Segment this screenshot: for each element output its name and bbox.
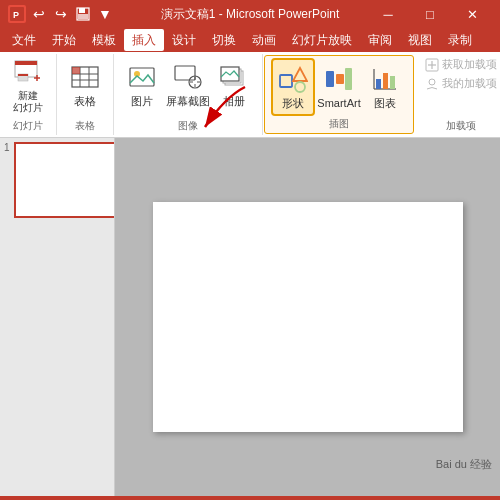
- svg-rect-3: [79, 8, 85, 13]
- menu-slideshow[interactable]: 幻灯片放映: [284, 29, 360, 51]
- image-button[interactable]: 图片: [120, 56, 164, 114]
- svg-marker-29: [293, 68, 307, 81]
- new-slide-icon: [12, 56, 44, 88]
- svg-point-30: [295, 82, 305, 92]
- image-label: 图片: [131, 95, 153, 108]
- shapes-icon: [277, 64, 309, 95]
- chart-icon: [369, 63, 401, 95]
- smartart-label: SmartArt: [317, 97, 360, 110]
- table-label: 表格: [74, 95, 96, 108]
- slide-item[interactable]: 1: [4, 142, 110, 218]
- ribbon-group-illustration: 形状 SmartArt: [264, 55, 414, 134]
- group-label-illustration: 插图: [329, 117, 349, 131]
- get-addon-button[interactable]: 获取加载项: [421, 56, 500, 73]
- get-addon-icon: [425, 58, 439, 72]
- chart-label: 图表: [374, 97, 396, 110]
- main-slide-area: [115, 138, 500, 496]
- menu-bar: 文件 开始 模板 插入 设计 切换 动画 幻灯片放映 审阅 视图 录制: [0, 28, 500, 52]
- table-icon: [69, 61, 101, 93]
- undo-button[interactable]: ↩: [30, 5, 48, 23]
- app-icon: P: [8, 5, 26, 23]
- menu-record[interactable]: 录制: [440, 29, 480, 51]
- svg-rect-37: [383, 73, 388, 89]
- ribbon-group-table: 表格 表格: [57, 54, 114, 135]
- redo-button[interactable]: ↪: [52, 5, 70, 23]
- ribbon-group-addon: 获取加载项 我的加载项 加载项: [415, 54, 500, 135]
- my-addon-label: 我的加载项: [442, 76, 497, 91]
- svg-rect-31: [326, 71, 334, 87]
- slide-thumbnail[interactable]: [14, 142, 115, 218]
- customize-button[interactable]: ▼: [96, 5, 114, 23]
- content-area: 1: [0, 138, 500, 496]
- window-controls: ─ □ ✕: [368, 0, 492, 28]
- maximize-button[interactable]: □: [410, 0, 450, 28]
- svg-rect-6: [15, 61, 37, 65]
- ribbon: 新建 幻灯片 幻灯片 表格 表格: [0, 52, 500, 138]
- smartart-button[interactable]: SmartArt: [317, 58, 361, 116]
- slide-panel: 1: [0, 138, 115, 496]
- menu-file[interactable]: 文件: [4, 29, 44, 51]
- menu-insert[interactable]: 插入: [124, 29, 164, 51]
- svg-rect-38: [390, 76, 395, 89]
- album-label: 相册: [223, 95, 245, 108]
- svg-point-42: [429, 79, 435, 85]
- svg-rect-36: [376, 79, 381, 89]
- table-button[interactable]: 表格: [63, 56, 107, 114]
- menu-home[interactable]: 开始: [44, 29, 84, 51]
- ribbon-group-slide: 新建 幻灯片 幻灯片: [0, 54, 57, 135]
- image-icon: [126, 61, 158, 93]
- screenshot-button[interactable]: 屏幕截图: [166, 56, 210, 114]
- title-bar-controls: P ↩ ↪ ▼: [8, 5, 114, 23]
- get-addon-label: 获取加载项: [442, 57, 497, 72]
- chart-button[interactable]: 图表: [363, 58, 407, 116]
- shapes-button[interactable]: 形状: [271, 58, 315, 116]
- group-label-addon: 加载项: [446, 119, 476, 133]
- status-bar: 幻灯片 1/1 Office 主题 中文(中国) 57%: [0, 496, 500, 500]
- menu-review[interactable]: 审阅: [360, 29, 400, 51]
- save-button[interactable]: [74, 5, 92, 23]
- my-addon-button[interactable]: 我的加载项: [421, 75, 500, 92]
- svg-rect-16: [72, 67, 80, 74]
- menu-view[interactable]: 视图: [400, 29, 440, 51]
- group-label-slide: 幻灯片: [13, 119, 43, 133]
- album-button[interactable]: 相册: [212, 56, 256, 114]
- slide-canvas-main[interactable]: [153, 202, 463, 432]
- svg-rect-33: [345, 68, 352, 90]
- new-slide-label: 新建 幻灯片: [13, 90, 43, 114]
- menu-animation[interactable]: 动画: [244, 29, 284, 51]
- title-bar: P ↩ ↪ ▼ 演示文稿1 - Microsoft PowerPoint ─ □…: [0, 0, 500, 28]
- menu-template[interactable]: 模板: [84, 29, 124, 51]
- slide-canvas-thumb: [16, 144, 115, 216]
- ribbon-group-image: 图片 屏幕截图: [114, 54, 263, 135]
- menu-transition[interactable]: 切换: [204, 29, 244, 51]
- svg-rect-8: [18, 74, 28, 76]
- svg-text:P: P: [13, 10, 19, 20]
- screenshot-icon: [172, 61, 204, 93]
- svg-rect-28: [280, 75, 292, 87]
- screenshot-label: 屏幕截图: [166, 95, 210, 108]
- group-label-image: 图像: [178, 119, 198, 133]
- smartart-icon: [323, 63, 355, 95]
- minimize-button[interactable]: ─: [368, 0, 408, 28]
- album-icon: [218, 61, 250, 93]
- svg-rect-4: [78, 14, 88, 19]
- group-label-table: 表格: [75, 119, 95, 133]
- svg-rect-32: [336, 74, 344, 84]
- svg-rect-19: [175, 66, 195, 80]
- menu-design[interactable]: 设计: [164, 29, 204, 51]
- slide-number: 1: [4, 142, 10, 153]
- my-addon-icon: [425, 77, 439, 91]
- new-slide-button[interactable]: 新建 幻灯片: [6, 56, 50, 114]
- window-title: 演示文稿1 - Microsoft PowerPoint: [161, 6, 340, 23]
- close-button[interactable]: ✕: [452, 0, 492, 28]
- shapes-label: 形状: [282, 97, 304, 110]
